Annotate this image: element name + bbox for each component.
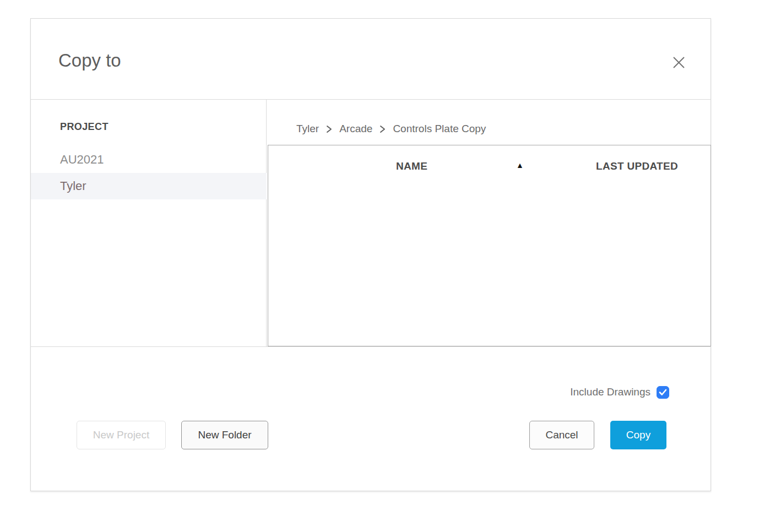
copy-button[interactable]: Copy — [610, 421, 666, 449]
copy-to-dialog: Copy to PROJECT AU2021 Tyler Tyler Arcad… — [30, 18, 711, 491]
close-icon — [670, 53, 688, 72]
checkmark-icon — [659, 389, 667, 396]
project-item-label: Tyler — [60, 179, 86, 193]
breadcrumb-item-arcade[interactable]: Arcade — [339, 123, 372, 135]
project-sidebar — [31, 100, 267, 346]
dialog-title: Copy to — [58, 50, 121, 72]
project-item-label: AU2021 — [60, 153, 104, 167]
sidebar-item-tyler[interactable]: Tyler — [31, 173, 267, 199]
include-drawings-checkbox[interactable] — [657, 386, 669, 399]
new-project-button[interactable]: New Project — [77, 421, 166, 449]
project-list-heading: PROJECT — [60, 121, 109, 133]
file-table: NAME ▲ LAST UPDATED — [268, 145, 711, 346]
column-header-name[interactable]: NAME — [396, 160, 427, 172]
breadcrumb: Tyler Arcade Controls Plate Copy — [296, 122, 486, 135]
breadcrumb-item-current: Controls Plate Copy — [393, 123, 486, 135]
dialog-header: Copy to — [31, 19, 711, 100]
close-button[interactable] — [666, 50, 691, 74]
chevron-right-icon — [379, 125, 386, 133]
chevron-right-icon — [326, 125, 332, 133]
column-header-last-updated[interactable]: LAST UPDATED — [596, 160, 678, 172]
breadcrumb-item-tyler[interactable]: Tyler — [296, 123, 319, 135]
new-folder-button[interactable]: New Folder — [181, 421, 268, 449]
project-list: AU2021 Tyler — [31, 146, 267, 199]
sort-asc-icon[interactable]: ▲ — [516, 160, 524, 171]
include-drawings-label: Include Drawings — [570, 386, 650, 398]
include-drawings-row: Include Drawings — [570, 385, 669, 399]
sidebar-item-au2021[interactable]: AU2021 — [31, 146, 267, 173]
dialog-footer: Include Drawings New Project New Folder … — [31, 346, 711, 491]
file-table-body-empty — [268, 177, 711, 346]
cancel-button[interactable]: Cancel — [529, 421, 594, 449]
